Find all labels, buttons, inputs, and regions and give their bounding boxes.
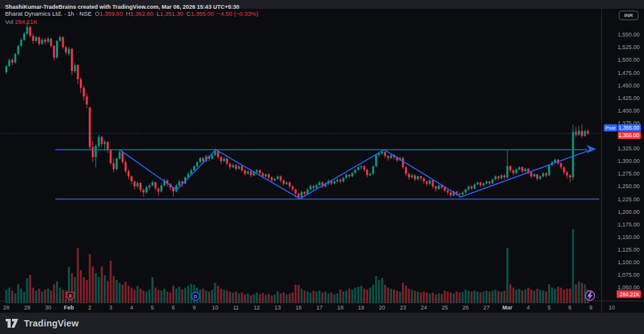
time-tick-label: 9 <box>192 304 196 311</box>
symbol-legend[interactable]: Bharat Dynamics Ltd. · 1h · NSEO1,359.50… <box>5 10 258 26</box>
price-tick-label: 1,150.00 <box>618 234 640 240</box>
time-tick-label: 19 <box>358 304 364 311</box>
time-tick-label: 5 <box>548 304 551 311</box>
time-axis[interactable]: 282930Feb2345691011121316171819202324252… <box>3 304 615 311</box>
price-tick-label: 1,475.00 <box>618 70 640 76</box>
price-axis[interactable]: 1,550.001,525.001,500.001,475.001,450.00… <box>618 31 640 291</box>
time-tick-label: 26 <box>462 304 469 311</box>
time-tick-label: 13 <box>275 304 281 311</box>
time-tick-label: 17 <box>316 304 323 311</box>
time-tick-label: 9 <box>589 304 592 311</box>
symbol-title: Bharat Dynamics Ltd. · 1h · NSE <box>5 10 92 17</box>
price-tick-label: 1,300.00 <box>618 158 640 164</box>
legend-row-ohlc: Bharat Dynamics Ltd. · 1h · NSEO1,359.50… <box>5 10 258 18</box>
zigzag-trendline[interactable] <box>119 150 591 199</box>
price-tick-label: 1,425.00 <box>618 95 640 101</box>
close-value: 1,355.00 <box>191 10 214 17</box>
time-tick-label: 18 <box>337 304 343 311</box>
time-tick-label: 25 <box>441 304 448 311</box>
tradingview-chart-window: ShashiKumar-TradeBrains created with Tra… <box>0 0 644 334</box>
high-value: 1,362.60 <box>130 10 153 17</box>
attribution-bar: ShashiKumar-TradeBrains created with Tra… <box>0 0 644 9</box>
time-tick-label: 2 <box>88 304 91 311</box>
price-tick-label: 1,250.00 <box>618 183 640 189</box>
volume-value: 284.21K <box>15 18 37 25</box>
footer-bar: TradingView <box>0 313 644 334</box>
post-price-badge-text: 1,355.00 <box>618 125 639 131</box>
earnings-marker-letter: E <box>69 293 72 299</box>
time-tick-label: 16 <box>296 304 302 311</box>
volume-label: Vol <box>5 18 13 25</box>
time-tick-label: 4 <box>526 304 530 311</box>
volume-series <box>5 229 589 303</box>
tradingview-logo-text[interactable]: TradingView <box>24 318 79 328</box>
price-tick-label: 1,075.00 <box>618 272 640 278</box>
price-tick-label: 1,400.00 <box>618 108 640 114</box>
time-tick-label: 12 <box>253 304 260 311</box>
price-tick-label: 1,225.00 <box>618 196 640 203</box>
price-tick-label: 1,050.00 <box>618 284 640 291</box>
post-session-badge-text: Post <box>606 125 616 131</box>
price-tick-label: 1,275.00 <box>618 170 640 177</box>
low-value: 1,351.30 <box>160 10 183 17</box>
dividend-marker-letter: D <box>194 294 197 299</box>
price-tick-label: 1,200.00 <box>618 209 640 215</box>
chart-canvas[interactable]: 1,550.001,525.001,500.001,475.001,450.00… <box>0 9 644 313</box>
time-tick-label: 30 <box>45 304 51 311</box>
time-tick-label: 29 <box>24 304 30 311</box>
time-tick-label: 10 <box>609 304 615 311</box>
price-tick-label: 1,450.00 <box>618 82 640 89</box>
time-tick-label: 11 <box>233 304 239 311</box>
last-price-badge-text: 1,355.00 <box>618 132 639 138</box>
time-tick-label: 3 <box>109 304 112 311</box>
time-tick-label: 20 <box>379 304 386 311</box>
time-tick-label: 10 <box>212 304 218 311</box>
price-tick-label: 1,175.00 <box>618 221 640 228</box>
time-tick-label: 23 <box>400 304 406 311</box>
volume-badge-text: 284.21K <box>619 291 640 298</box>
change-value: −4.50 (−0.33%) <box>217 10 258 17</box>
time-tick-label: 27 <box>484 304 490 311</box>
time-tick-label: Feb <box>64 304 75 311</box>
price-tick-label: 1,125.00 <box>618 247 640 253</box>
time-tick-label: 4 <box>130 304 133 311</box>
price-tick-label: 1,500.00 <box>618 57 640 63</box>
tradingview-logo-icon[interactable] <box>5 318 19 328</box>
time-tick-label: 6 <box>172 304 175 311</box>
trendline-arrowhead <box>587 145 596 153</box>
price-tick-label: 1,325.00 <box>618 145 640 152</box>
time-tick-label: 28 <box>3 304 9 311</box>
price-tick-label: 1,525.00 <box>618 44 640 50</box>
price-tick-label: 1,100.00 <box>618 259 640 265</box>
legend-row-volume: Vol 284.21K <box>5 18 258 26</box>
time-tick-label: 24 <box>421 304 427 311</box>
candlestick-series <box>5 21 589 199</box>
trendlines[interactable] <box>55 145 599 199</box>
price-tick-label: 1,550.00 <box>618 31 640 38</box>
time-tick-label: 6 <box>569 304 572 311</box>
open-value: 1,359.50 <box>99 10 123 17</box>
currency-toggle-button[interactable]: INR <box>619 11 638 20</box>
time-tick-label: Mar <box>502 304 513 311</box>
time-tick-label: 5 <box>151 304 154 311</box>
